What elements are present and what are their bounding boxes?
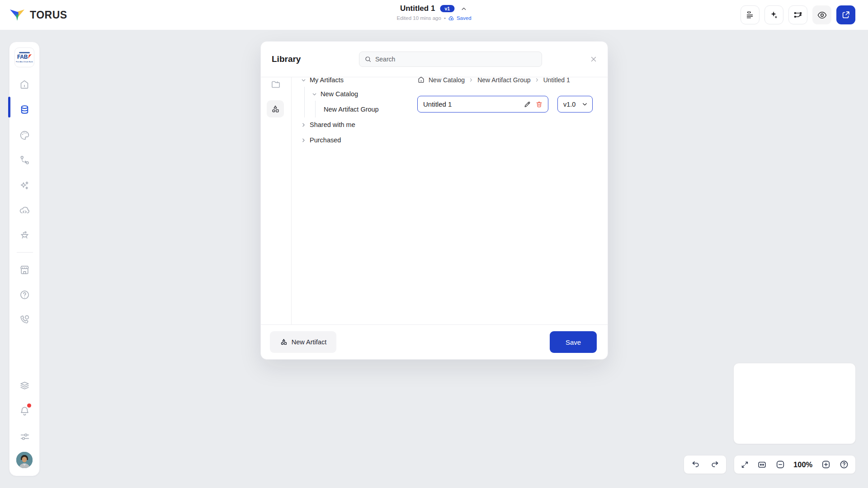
topbar-actions [741,5,855,24]
code-lines-button[interactable] [741,5,760,24]
store-icon [19,264,30,276]
top-bar: TORUS Untitled 1 v1 Edited 10 mins ago • [0,0,868,30]
undo-icon [691,460,701,469]
ai-sparkles-button[interactable] [764,5,783,24]
workspace-logo[interactable]: FAB First Abu Dhabi Bank [14,47,34,67]
document-title: Untitled 1 [400,4,435,13]
workspace-logo-text: FAB [17,54,28,60]
version-select[interactable]: v1.0 [557,96,593,113]
minus-square-icon [775,460,785,469]
modal-close-button[interactable] [590,55,598,63]
chevron-right-icon [301,137,307,143]
new-artifact-button[interactable]: New Artifact [270,331,336,353]
history-controls [684,455,726,474]
save-button[interactable]: Save [550,331,597,353]
user-avatar[interactable] [16,452,33,468]
version-select-value: v1.0 [563,101,576,108]
search-box [359,52,542,67]
undo-button[interactable] [691,460,701,469]
chevron-down-icon [581,101,588,108]
delete-button[interactable] [535,100,543,108]
layers-icon [19,380,30,391]
sliders-icon [19,431,30,442]
sidebar-item-marketplace[interactable] [16,262,33,278]
library-modal: Library [260,41,608,360]
sidebar-item-library[interactable] [16,102,33,118]
fullscreen-button[interactable] [741,460,749,469]
preview-eye-button[interactable] [812,5,831,24]
chevron-right-icon [468,77,474,83]
sidebar-item-contact[interactable] [16,311,33,328]
collapse-version-button[interactable] [459,5,468,13]
tree-indent-guide [304,87,305,117]
modal-header: Library [261,42,608,77]
brand-name: TORUS [30,9,67,21]
route-icon [793,10,803,20]
phone-icon [19,314,30,325]
sidebar-item-preferences[interactable] [16,428,33,445]
zoom-in-button[interactable] [821,460,831,469]
zoom-controls: 100% [734,455,856,474]
tree-item-shared-with-me[interactable]: Shared with me [301,121,355,128]
fit-width-icon [757,460,767,469]
redo-button[interactable] [710,460,719,469]
rename-button[interactable] [524,100,531,108]
cloud-saved-icon [448,15,455,21]
active-item-indicator [8,97,10,117]
tree-item-my-artifacts[interactable]: My Artifacts [301,76,344,84]
version-badge[interactable]: v1 [440,5,454,13]
tree-item-new-artifact-group[interactable]: New Artifact Group [324,106,379,113]
workflow-icon [19,155,30,166]
plus-square-icon [821,460,831,469]
sparkles-multi-icon [19,180,30,191]
route-button[interactable] [788,5,807,24]
rail-folders-tab[interactable] [270,79,281,90]
tree-item-new-catalog[interactable]: New Catalog [311,90,358,98]
help-circle-icon [839,460,849,469]
workspace-logo-subtext: First Abu Dhabi Bank [16,61,33,63]
artifact-name-field [417,96,548,113]
share-button[interactable] [836,5,855,24]
sidebar-divider [17,252,33,253]
canvas-help-button[interactable] [839,460,849,469]
expand-diagonal-icon [741,460,749,469]
breadcrumb-item[interactable]: New Catalog [429,76,465,84]
breadcrumb-item-current[interactable]: Untitled 1 [543,76,570,84]
brand-logo: TORUS [9,0,67,30]
modal-title: Library [272,54,301,64]
search-icon [364,56,372,63]
tree-item-label: Shared with me [310,121,355,128]
sidebar-item-cloud-code[interactable] [16,202,33,218]
sidebar-item-notifications[interactable] [16,403,33,419]
home-icon [19,79,30,90]
sidebar-item-design[interactable] [16,127,33,143]
help-circle-icon [19,289,30,300]
chevron-right-icon [301,122,307,128]
breadcrumb: New Catalog New Artifact Group Untitled … [417,76,570,84]
cauldron-icon [19,230,30,241]
rail-artifacts-tab[interactable] [267,100,284,117]
rail-divider [291,77,292,324]
sidebar-item-home[interactable] [16,76,33,93]
zoom-level: 100% [793,460,812,469]
canvas-minimap[interactable] [733,363,856,444]
pencil-icon [524,100,531,108]
edited-status: Edited 10 mins ago [396,15,441,21]
home-breadcrumb-icon[interactable] [417,76,425,84]
search-input[interactable] [375,56,537,63]
zoom-out-button[interactable] [775,460,785,469]
fit-to-width-button[interactable] [757,460,767,469]
eye-icon [817,10,827,20]
breadcrumb-item[interactable]: New Artifact Group [477,76,531,84]
sidebar-item-brew[interactable] [16,227,33,244]
tree-item-label: My Artifacts [310,76,344,84]
sidebar-item-layers[interactable] [16,377,33,394]
sidebar-item-workflow[interactable] [16,152,33,168]
sidebar-item-ai-studio[interactable] [16,177,33,193]
trash-icon [535,100,543,108]
new-artifact-label: New Artifact [292,338,326,346]
tree-item-label: New Catalog [321,90,358,98]
sidebar-item-help[interactable] [16,286,33,303]
artifact-shapes-icon [271,104,280,114]
tree-item-purchased[interactable]: Purchased [301,136,341,144]
